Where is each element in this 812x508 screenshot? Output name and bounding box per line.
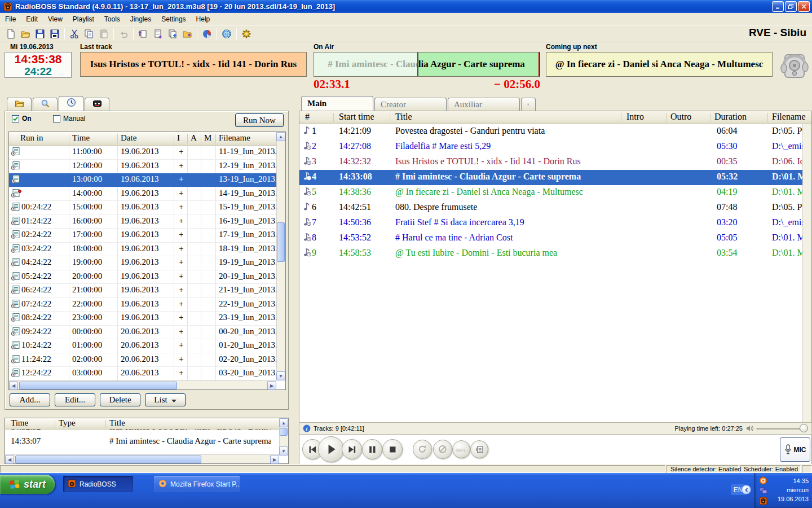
scheduler-row[interactable]: 00:24:2215:00:0019.06.2013+15-19_Iun_201… [9,201,285,215]
tray-collapse-icon[interactable] [742,485,751,494]
column-header-title[interactable]: Title [395,112,412,122]
save-all-icon[interactable] [47,27,62,41]
tray-network-icon[interactable] [759,487,767,495]
scheduler-hscroll-thumb[interactable] [19,382,177,389]
taskbar-task-radioboss[interactable]: RadioBOSS [63,476,133,492]
column-header-title[interactable]: Title [109,418,125,428]
playlist-row[interactable]: 914:58:53@ Tu esti Iubire - Domini - Est… [299,246,811,261]
list-button[interactable]: List [145,393,186,406]
scheduler-row[interactable]: 11:24:2202:00:0020.06.2013+02-20_Iun_201… [9,353,285,367]
start-button[interactable]: start [0,475,55,494]
add-list-icon[interactable] [165,27,180,41]
playlist-row[interactable]: 614:42:51080. Despre frumusete07:48D:\05… [299,200,811,216]
playlist-table-header[interactable]: #Start timeTitleIntroOutroDurationFilena… [299,111,811,124]
volume-slider-knob[interactable] [800,424,808,432]
playlist-row[interactable]: 414:33:08# Imi amintesc - Claudia Azgur … [299,170,811,185]
close-button[interactable] [798,1,810,12]
column-header-filename[interactable]: Filename [772,112,806,122]
column-header-start-time[interactable]: Start time [339,112,374,122]
playlist-row[interactable]: 214:27:08Filadelfia # Mare esti 5,2905:3… [299,139,811,155]
history-vscroll-thumb[interactable] [280,428,288,436]
stop-button[interactable] [382,439,403,459]
tab-cart[interactable] [85,98,109,111]
tab-search[interactable] [33,98,58,111]
report-icon[interactable] [200,27,214,41]
tab-folder[interactable] [7,98,32,111]
column-header-#[interactable]: # [305,112,310,122]
scheduler-row[interactable]: 13:00:0019.06.2013+13-19_Iun_2013. [9,173,285,187]
scroll-left-icon[interactable]: ◀ [9,381,18,390]
new-icon[interactable] [3,27,18,41]
column-header-m[interactable]: M [204,133,211,143]
playlist-vscrollbar[interactable] [802,124,811,422]
scroll-down-icon[interactable]: ▼ [276,371,285,380]
add-folder-icon[interactable] [180,27,195,41]
on-checkbox[interactable]: On [12,115,32,122]
playlist-row[interactable]: 314:32:32Isus Hristos e TOTUL! - xidx - … [299,155,811,170]
on-air-progress[interactable]: # Imi amintesc - Claudia Azgur - Carte s… [314,52,540,77]
playlist-row[interactable]: 814:53:52# Harul ce ma tine - Adrian Cos… [299,231,811,246]
scheduler-row[interactable]: 06:24:2221:00:0019.06.2013+21-19_Iun_201… [9,284,285,298]
open-icon[interactable] [18,27,33,41]
scroll-down-icon[interactable]: ▼ [279,446,288,456]
menu-help[interactable]: Help [191,14,215,25]
restore-button[interactable] [785,1,797,12]
column-header-outro[interactable]: Outro [670,112,691,122]
taskbar-task-firefox[interactable]: Mozilla Firefox Start P... [154,476,240,492]
edit-button[interactable]: Edit... [55,393,95,406]
column-header-duration[interactable]: Duration [714,112,747,122]
minimize-button[interactable] [772,1,784,12]
play-button[interactable] [318,436,344,462]
add-tab-button[interactable] [521,98,536,111]
delete-button[interactable]: Delete [100,393,140,406]
scheduler-row[interactable]: 05:24:2220:00:0019.06.2013+20-19_Iun_201… [9,270,285,284]
scroll-up-icon[interactable]: ▲ [276,132,285,141]
scroll-left-icon[interactable]: ◀ [5,455,14,464]
menu-view[interactable]: View [43,14,68,25]
network-icon[interactable] [219,27,234,41]
scheduler-row[interactable]: 07:24:2222:00:0019.06.2013+22-19_Iun_201… [9,298,285,312]
scroll-right-icon[interactable]: ▶ [270,455,279,464]
scheduler-row[interactable]: 12:24:2203:00:0020.06.2013+03-20_Iun_201… [9,367,285,380]
scheduler-vscroll-thumb[interactable] [277,222,285,262]
history-vscrollbar[interactable]: ▲ ▼ [279,418,288,456]
manual-checkbox[interactable]: Manual [53,115,85,122]
scheduler-row[interactable]: 08:24:2223:00:0019.06.2013+23-19_Iun_201… [9,312,285,326]
scheduler-table-header[interactable]: Run inTimeDateIAMFilename [9,132,285,146]
volume-slider[interactable] [756,424,808,432]
menu-edit[interactable]: Edit [21,14,43,25]
history-table-header[interactable]: TimeTypeTitle [5,418,288,430]
column-header-intro[interactable]: Intro [626,112,644,122]
mic-button[interactable]: MIC [780,437,810,462]
tray-clock[interactable]: 14:35 [778,476,809,485]
menu-tools[interactable]: Tools [99,14,125,25]
menu-jingles[interactable]: Jingles [125,14,156,25]
next-button[interactable] [342,439,362,459]
menu-playlist[interactable]: Playlist [68,14,99,25]
scroll-right-icon[interactable]: ▶ [267,381,276,390]
scheduler-row[interactable]: 01:24:2216:00:0019.06.2013+16-19_Iun_201… [9,215,285,229]
column-header-run-in[interactable]: Run in [20,133,43,143]
column-header-a[interactable]: A [191,133,197,143]
scheduler-row[interactable]: 02:24:2217:00:0019.06.2013+17-19_Iun_201… [9,229,285,243]
column-header-time[interactable]: Time [72,133,90,143]
tab-auxiliar[interactable]: Auxiliar [448,98,520,111]
add-track-icon[interactable] [136,27,151,41]
column-header-i[interactable]: I [177,133,180,143]
add-page-icon[interactable] [151,27,165,41]
tab-clock[interactable] [59,96,83,111]
scheduler-row[interactable]: 09:24:2200:00:0020.06.2013+00-20_Iun_201… [9,326,285,340]
scheduler-row[interactable]: 04:24:2219:00:0019.06.2013+19-19_Iun_201… [9,256,285,270]
tray-antivirus-icon[interactable] [759,476,767,485]
tab-main[interactable]: Main [301,96,373,111]
scheduler-row[interactable]: 03:24:2218:00:0019.06.2013+18-19_Iun_201… [9,243,285,257]
history-hscroll-thumb[interactable] [15,456,201,463]
scheduler-row[interactable]: 14:00:0019.06.2013+14-19_Iun_2013. [9,187,285,202]
run-now-button[interactable]: Run Now [235,113,284,127]
scroll-up-icon[interactable]: ▲ [279,418,288,427]
history-row[interactable]: 14:33:07# Imi amintesc - Claudia Azgur -… [5,436,271,450]
column-header-date[interactable]: Date [121,133,136,143]
playlist-row[interactable]: 114:21:09Povestea dragostei - Ganduri pe… [299,124,811,139]
scheduler-vscrollbar[interactable]: ▲ ▼ [276,132,285,380]
settings-icon[interactable] [239,27,254,41]
